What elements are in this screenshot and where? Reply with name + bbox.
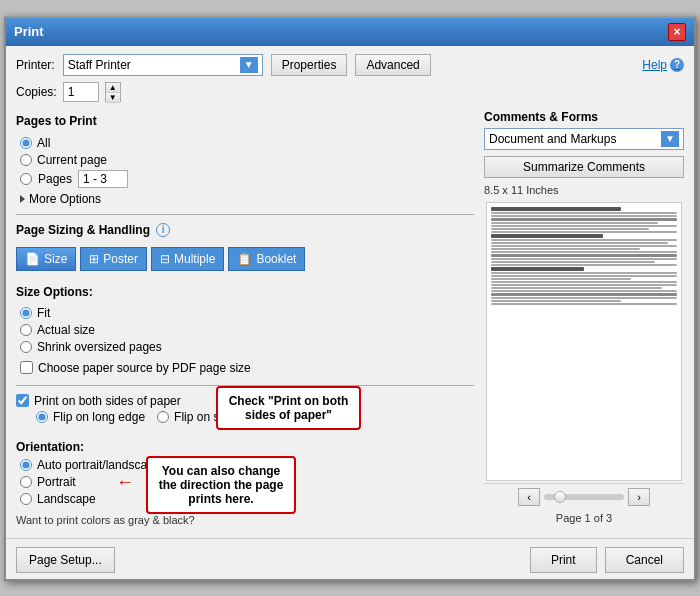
doc-line — [491, 293, 677, 296]
divider-1 — [16, 214, 474, 215]
dialog-body: Printer: Staff Printer ▼ Properties Adva… — [6, 46, 694, 534]
pages-input[interactable] — [78, 170, 128, 188]
multiple-tab[interactable]: ⊟ Multiple — [151, 247, 224, 271]
advanced-button[interactable]: Advanced — [355, 54, 430, 76]
size-tab-label: Size — [44, 252, 67, 266]
current-page-radio[interactable] — [20, 154, 32, 166]
orientation-title: Orientation: — [16, 440, 474, 454]
doc-line — [491, 207, 621, 211]
info-icon[interactable]: i — [156, 223, 170, 237]
doc-line — [491, 258, 677, 260]
printer-label: Printer: — [16, 58, 55, 72]
doc-line — [491, 297, 677, 299]
doc-line — [491, 231, 677, 233]
doc-line — [491, 254, 677, 257]
shrink-radio[interactable] — [20, 341, 32, 353]
poster-tab-label: Poster — [103, 252, 138, 266]
doc-line — [491, 222, 658, 224]
doc-line — [491, 248, 640, 250]
page-sizing-header: Page Sizing & Handling i — [16, 223, 474, 237]
more-options[interactable]: More Options — [16, 192, 474, 206]
pages-label: Pages — [38, 172, 72, 186]
document-preview — [486, 202, 682, 481]
gray-colors-text: Want to print colors as gray & black? — [16, 514, 474, 526]
page-slider[interactable] — [544, 494, 624, 500]
size-options-group: Fit Actual size Shrink oversized pages — [16, 306, 474, 354]
page-sizing-title: Page Sizing & Handling — [16, 223, 150, 237]
booklet-icon: 📋 — [237, 252, 252, 266]
poster-icon: ⊞ — [89, 252, 99, 266]
flip-long-option[interactable]: Flip on long edge — [36, 410, 145, 424]
prev-page-button[interactable]: ‹ — [518, 488, 540, 506]
doc-content — [487, 203, 681, 309]
auto-orientation-label: Auto portrait/landscape — [37, 458, 160, 472]
doc-line — [491, 272, 677, 274]
copies-row: Copies: ▲ ▼ — [16, 82, 684, 102]
pdf-page-checkbox[interactable] — [20, 361, 33, 374]
flip-long-label: Flip on long edge — [53, 410, 145, 424]
copies-spinner: ▲ ▼ — [105, 82, 121, 102]
shrink-label: Shrink oversized pages — [37, 340, 162, 354]
current-page-option[interactable]: Current page — [20, 153, 474, 167]
bottom-row: Page Setup... Print Cancel — [6, 538, 694, 579]
pdf-page-label: Choose paper source by PDF page size — [38, 361, 251, 375]
summarize-button[interactable]: Summarize Comments — [484, 156, 684, 178]
copies-decrement[interactable]: ▼ — [106, 93, 120, 103]
all-pages-label: All — [37, 136, 50, 150]
poster-tab[interactable]: ⊞ Poster — [80, 247, 147, 271]
doc-line — [491, 287, 662, 289]
pages-range-radio[interactable] — [20, 173, 32, 185]
size-tab[interactable]: 📄 Size — [16, 247, 76, 271]
doc-line — [491, 225, 677, 227]
doc-line — [491, 290, 677, 292]
main-content: Pages to Print All Current page Pages — [16, 110, 684, 526]
flip-short-radio[interactable] — [157, 411, 169, 423]
help-link[interactable]: Help ? — [642, 58, 684, 72]
cancel-button[interactable]: Cancel — [605, 547, 684, 573]
properties-button[interactable]: Properties — [271, 54, 348, 76]
printer-value: Staff Printer — [68, 58, 131, 72]
doc-line — [491, 239, 677, 241]
all-pages-radio[interactable] — [20, 137, 32, 149]
copies-increment[interactable]: ▲ — [106, 83, 120, 93]
actual-size-option[interactable]: Actual size — [20, 323, 474, 337]
doc-line — [491, 245, 677, 247]
size-icon: 📄 — [25, 252, 40, 266]
booklet-tab-label: Booklet — [256, 252, 296, 266]
print-dialog: Print × Printer: Staff Printer ▼ Propert… — [4, 16, 696, 581]
doc-line — [491, 251, 677, 253]
auto-orientation-radio[interactable] — [20, 459, 32, 471]
doc-line — [491, 303, 677, 305]
portrait-radio[interactable] — [20, 476, 32, 488]
comments-forms-dropdown[interactable]: Document and Markups ▼ — [484, 128, 684, 150]
fit-radio[interactable] — [20, 307, 32, 319]
page-info: Page 1 of 3 — [484, 510, 684, 526]
left-panel: Pages to Print All Current page Pages — [16, 110, 474, 526]
doc-line — [491, 234, 603, 238]
pdf-page-option[interactable]: Choose paper source by PDF page size — [16, 361, 474, 375]
actual-size-radio[interactable] — [20, 324, 32, 336]
close-button[interactable]: × — [668, 23, 686, 41]
copies-input[interactable] — [63, 82, 99, 102]
landscape-radio[interactable] — [20, 493, 32, 505]
tab-buttons: 📄 Size ⊞ Poster ⊟ Multiple 📋 Booklet — [16, 247, 474, 271]
right-panel: Comments & Forms Document and Markups ▼ … — [484, 110, 684, 526]
pages-option[interactable]: Pages — [20, 170, 474, 188]
fit-option[interactable]: Fit — [20, 306, 474, 320]
doc-line — [491, 300, 621, 302]
next-page-button[interactable]: › — [628, 488, 650, 506]
size-options-title: Size Options: — [16, 285, 474, 299]
printer-dropdown-arrow: ▼ — [240, 57, 258, 73]
flip-long-radio[interactable] — [36, 411, 48, 423]
dialog-title: Print — [14, 24, 44, 39]
printer-select[interactable]: Staff Printer ▼ — [63, 54, 263, 76]
all-pages-option[interactable]: All — [20, 136, 474, 150]
booklet-tab[interactable]: 📋 Booklet — [228, 247, 305, 271]
callout-print-both: Check "Print on both sides of paper" — [216, 386, 361, 430]
doc-line — [491, 261, 655, 263]
page-setup-button[interactable]: Page Setup... — [16, 547, 115, 573]
comments-forms-value: Document and Markups — [489, 132, 616, 146]
shrink-option[interactable]: Shrink oversized pages — [20, 340, 474, 354]
print-both-sides-checkbox[interactable] — [16, 394, 29, 407]
print-button[interactable]: Print — [530, 547, 597, 573]
